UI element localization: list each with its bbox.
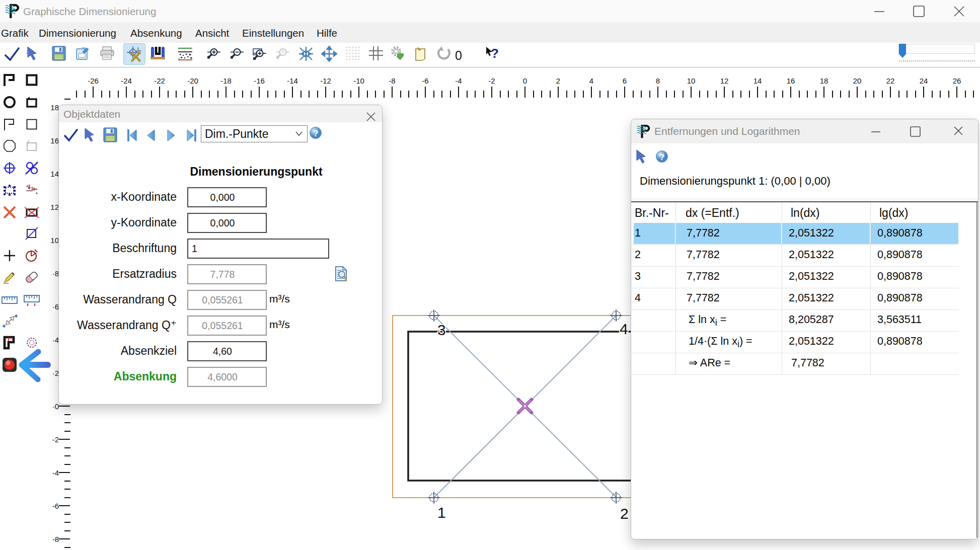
svg-text:3: 3 — [437, 322, 446, 338]
svg-text:1: 1 — [437, 504, 446, 521]
svg-text:4: 4 — [620, 321, 628, 337]
svg-text:?: ? — [313, 129, 318, 138]
svg-text:2: 2 — [620, 505, 629, 522]
svg-text:?: ? — [659, 152, 664, 162]
